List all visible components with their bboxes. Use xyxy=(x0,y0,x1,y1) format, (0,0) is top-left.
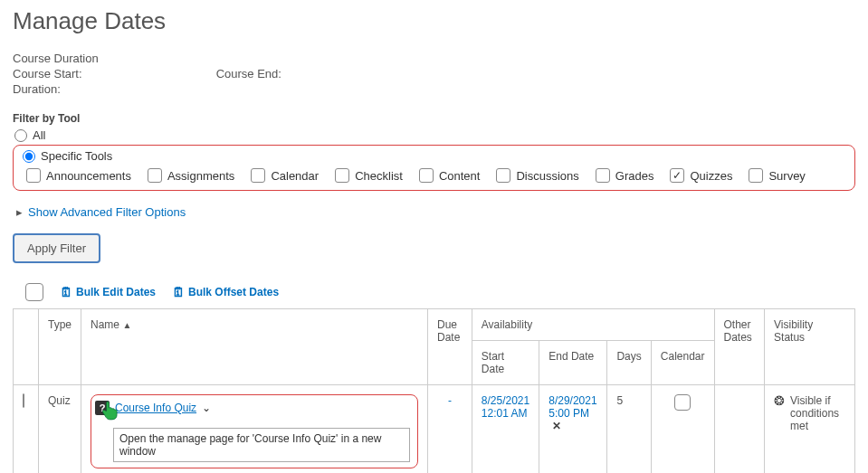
visibility-icon: ❂ xyxy=(774,394,785,407)
cb-survey-label: Survey xyxy=(768,169,805,183)
bulk-edit-label: Bulk Edit Dates xyxy=(76,286,156,298)
cb-checklist-label: Checklist xyxy=(355,169,403,183)
cb-calendar[interactable] xyxy=(251,168,265,183)
start-date-text: 8/25/2021 xyxy=(482,394,529,407)
col-end[interactable]: End Date xyxy=(539,341,607,385)
cb-discussions[interactable] xyxy=(496,168,510,183)
end-time-text: 5:00 PM xyxy=(548,407,589,420)
duration-label: Duration: xyxy=(13,82,61,96)
sort-asc-icon: ▲ xyxy=(122,320,131,330)
item-name-link[interactable]: Course Info Quiz xyxy=(115,402,196,414)
col-start[interactable]: Start Date xyxy=(472,341,539,385)
cb-calendar-label: Calendar xyxy=(271,169,319,183)
col-other[interactable]: Other Dates xyxy=(714,309,765,385)
duration-value xyxy=(63,82,181,93)
chevron-right-icon[interactable]: ▸ xyxy=(16,205,23,219)
course-start-label: Course Start: xyxy=(13,67,82,80)
cell-days: 5 xyxy=(607,385,651,474)
col-days[interactable]: Days xyxy=(607,341,651,385)
cb-discussions-label: Discussions xyxy=(516,169,578,183)
cell-start-date[interactable]: 8/25/2021 12:01 AM xyxy=(482,394,529,420)
cb-announcements-label: Announcements xyxy=(46,169,131,183)
filter-section-label: Filter by Tool xyxy=(13,112,855,125)
tooltip: Open the manage page for 'Course Info Qu… xyxy=(113,428,410,462)
col-due[interactable]: Due Date xyxy=(428,309,472,385)
col-availability: Availability xyxy=(472,309,714,341)
cell-end-date[interactable]: 8/29/2021 5:00 PM ✕ xyxy=(548,394,597,432)
course-start-value xyxy=(85,67,203,78)
cb-grades[interactable] xyxy=(596,168,610,183)
cell-visibility: Visible if conditions met xyxy=(790,394,845,432)
cb-assignments[interactable] xyxy=(148,168,162,183)
cell-due[interactable]: - xyxy=(437,394,463,407)
dates-table: Type Name ▲ Due Date Availability Other … xyxy=(13,308,855,473)
cell-other xyxy=(714,385,765,474)
col-name[interactable]: Name ▲ xyxy=(81,309,428,385)
bulk-offset-link[interactable]: 🗓 Bulk Offset Dates xyxy=(172,285,279,299)
cb-content[interactable] xyxy=(419,168,434,183)
col-type[interactable]: Type xyxy=(39,309,81,385)
select-all-checkbox[interactable] xyxy=(25,283,43,301)
calendar-checkbox[interactable] xyxy=(674,394,691,411)
page-title: Manage Dates xyxy=(13,7,855,35)
cb-quizzes-label: Quizzes xyxy=(690,169,732,183)
chevron-down-icon[interactable]: ⌄ xyxy=(202,402,211,414)
col-calendar[interactable]: Calendar xyxy=(651,341,714,385)
calendar-offset-icon: 🗓 xyxy=(172,285,185,299)
cb-survey[interactable] xyxy=(749,168,763,183)
cb-content-label: Content xyxy=(439,169,481,183)
apply-filter-button[interactable]: Apply Filter xyxy=(13,233,100,263)
cb-quizzes[interactable] xyxy=(670,168,684,183)
quiz-icon: ? xyxy=(95,401,110,415)
cb-checklist[interactable] xyxy=(335,168,349,183)
name-highlight-box: ? Course Info Quiz ⌄ Open the manage pag… xyxy=(91,394,418,468)
radio-specific-label: Specific Tools xyxy=(41,149,112,163)
course-duration-label: Course Duration xyxy=(13,52,855,65)
start-time-text: 12:01 AM xyxy=(482,407,529,420)
course-end-label: Course End: xyxy=(216,67,281,80)
cb-grades-label: Grades xyxy=(615,169,654,183)
radio-specific[interactable] xyxy=(23,150,35,163)
course-duration-section: Course Duration Course Start: Course End… xyxy=(13,52,855,96)
course-end-value xyxy=(285,67,403,78)
col-name-label: Name xyxy=(91,318,119,331)
bulk-edit-link[interactable]: 🗓 Bulk Edit Dates xyxy=(60,285,156,299)
bulk-offset-label: Bulk Offset Dates xyxy=(188,286,279,298)
row-select-checkbox[interactable] xyxy=(23,393,24,408)
cell-type: Quiz xyxy=(39,385,81,474)
radio-all-label: All xyxy=(33,128,45,142)
col-select xyxy=(14,309,39,385)
clear-end-date-icon[interactable]: ✕ xyxy=(552,420,561,432)
col-visibility[interactable]: Visibility Status xyxy=(765,309,855,385)
table-row: Quiz ? Course Info Quiz ⌄ Open the manag… xyxy=(14,385,855,474)
end-date-text: 8/29/2021 xyxy=(548,394,597,407)
radio-all[interactable] xyxy=(14,129,27,142)
calendar-edit-icon: 🗓 xyxy=(60,285,72,299)
cb-assignments-label: Assignments xyxy=(167,169,234,183)
advanced-filter-link[interactable]: Show Advanced Filter Options xyxy=(28,205,186,219)
cb-announcements[interactable] xyxy=(26,168,41,183)
specific-tools-box: Specific Tools Announcements Assignments… xyxy=(13,145,855,191)
